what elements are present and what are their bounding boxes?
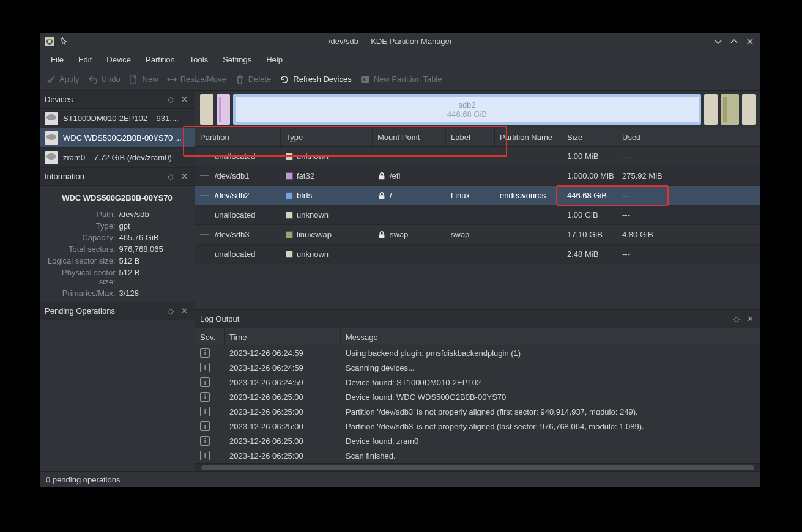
status-text: 0 pending operations <box>46 475 120 484</box>
gblock-sdb3[interactable] <box>721 94 739 125</box>
table-row[interactable]: /dev/sdb3 linuxswap swap swap 17.10 GiB … <box>195 225 760 245</box>
type-swatch <box>286 192 293 199</box>
table-row[interactable]: /dev/sdb1 fat32 /efi 1,000.00 MiB 275.92… <box>195 166 760 186</box>
cell-mount: / <box>373 191 446 200</box>
col-used[interactable]: Used <box>617 128 672 146</box>
cell-msg: Device found: ST1000DM010-2EP102 <box>341 378 760 387</box>
check-icon <box>46 75 56 84</box>
cell-partition: unallocated <box>195 249 281 259</box>
gblock-unalloc[interactable] <box>200 94 213 125</box>
resize-icon <box>167 75 177 84</box>
col-size[interactable]: Size <box>562 128 617 146</box>
trash-icon <box>235 75 245 84</box>
detach-icon[interactable]: ◇ <box>165 171 176 182</box>
log-row[interactable]: i 2023-12-26 06:24:59 Using backend plug… <box>195 345 760 360</box>
col-partition[interactable]: Partition <box>195 128 281 146</box>
minimize-icon[interactable] <box>713 36 724 47</box>
col-mount[interactable]: Mount Point <box>373 128 446 146</box>
detach-icon[interactable]: ◇ <box>165 94 176 105</box>
cell-mount: swap <box>373 230 446 239</box>
log-row[interactable]: i 2023-12-26 06:25:00 Partition '/dev/sd… <box>195 404 760 419</box>
cell-size: 1.00 GiB <box>562 210 617 220</box>
menu-file[interactable]: File <box>43 51 71 68</box>
close-panel-icon[interactable]: ✕ <box>179 306 190 317</box>
close-panel-icon[interactable]: ✕ <box>179 171 190 182</box>
col-msg[interactable]: Message <box>341 328 760 345</box>
table-row[interactable]: unallocated unknown 1.00 GiB --- <box>195 205 760 225</box>
gblock-unalloc[interactable] <box>704 94 718 125</box>
log-panel: Log Output ◇ ✕ Sev. Time Message i 2023-… <box>195 309 760 471</box>
gblock-sdb2[interactable]: sdb2 446.68 GiB <box>233 94 701 125</box>
log-header: Log Output ◇ ✕ <box>195 310 760 328</box>
menu-edit[interactable]: Edit <box>71 51 99 68</box>
cell-sev: i <box>195 363 225 373</box>
menu-tools[interactable]: Tools <box>182 51 215 68</box>
device-row[interactable]: WDC WDS500G2B0B-00YS70 ... <box>40 128 195 148</box>
close-panel-icon[interactable]: ✕ <box>179 94 190 105</box>
col-sev[interactable]: Sev. <box>195 328 225 345</box>
info-row: Path:/dev/sdb <box>46 209 188 220</box>
info-value: /dev/sdb <box>119 210 189 219</box>
log-row[interactable]: i 2023-12-26 06:25:00 Device found: zram… <box>195 434 760 448</box>
log-row[interactable]: i 2023-12-26 06:25:00 Scan finished. <box>195 448 760 463</box>
table-row[interactable]: unallocated unknown 1.00 MiB --- <box>195 147 760 166</box>
info-value: 512 B <box>119 268 189 286</box>
gblock-unalloc[interactable] <box>742 94 756 125</box>
device-row[interactable]: zram0 – 7.72 GiB (/dev/zram0) <box>40 148 195 168</box>
info-key: Total sectors: <box>46 245 116 254</box>
info-value: 976,768,065 <box>119 245 189 254</box>
hdd-icon <box>45 131 58 145</box>
info-severity-icon: i <box>200 392 210 402</box>
cell-sev: i <box>195 451 225 461</box>
tool-delete: Delete <box>235 75 272 84</box>
col-label[interactable]: Label <box>446 128 495 146</box>
cell-msg: Scan finished. <box>341 451 760 460</box>
titlebar[interactable]: /dev/sdb — KDE Partition Manager <box>40 33 760 50</box>
maximize-icon[interactable] <box>729 36 740 47</box>
info-severity-icon: i <box>200 451 210 460</box>
log-row[interactable]: i 2023-12-26 06:25:00 Device found: WDC … <box>195 390 760 404</box>
info-row: Physical sector size:512 B <box>46 267 188 287</box>
cell-size: 2.48 MiB <box>562 249 617 259</box>
horizontal-scrollbar[interactable] <box>195 463 760 471</box>
info-key: Logical sector size: <box>46 256 116 265</box>
tool-refresh[interactable]: Refresh Devices <box>280 75 351 84</box>
menu-partition[interactable]: Partition <box>138 51 182 68</box>
cell-sev: i <box>195 348 225 358</box>
menu-device[interactable]: Device <box>99 51 138 68</box>
cell-type: unknown <box>281 152 373 161</box>
cell-msg: Device found: WDC WDS500G2B0B-00YS70 <box>341 393 760 402</box>
close-icon[interactable] <box>744 36 756 47</box>
info-key: Primaries/Max: <box>46 289 116 298</box>
hdd-icon <box>45 151 58 164</box>
log-row[interactable]: i 2023-12-26 06:24:59 Device found: ST10… <box>195 375 760 390</box>
cell-msg: Partition '/dev/sdb3' is not properly al… <box>341 407 760 416</box>
menu-help[interactable]: Help <box>259 51 290 68</box>
cell-label: swap <box>446 230 495 239</box>
device-row[interactable]: ST1000DM010-2EP102 – 931.... <box>40 109 195 128</box>
menubar: File Edit Device Partition Tools Setting… <box>40 50 760 68</box>
col-type[interactable]: Type <box>281 128 373 146</box>
cell-partition: unallocated <box>195 210 281 220</box>
svg-rect-2 <box>379 175 385 179</box>
cell-type: linuxswap <box>281 230 373 239</box>
log-row[interactable]: i 2023-12-26 06:25:00 Partition '/dev/sd… <box>195 419 760 434</box>
type-swatch <box>286 172 293 180</box>
col-time[interactable]: Time <box>225 328 341 345</box>
menu-settings[interactable]: Settings <box>215 51 259 68</box>
info-key: Type: <box>46 221 116 231</box>
type-swatch <box>286 212 293 219</box>
detach-icon[interactable]: ◇ <box>165 306 176 317</box>
cell-used: --- <box>617 210 672 220</box>
detach-icon[interactable]: ◇ <box>731 314 742 325</box>
table-row[interactable]: unallocated unknown 2.48 MiB --- <box>195 245 760 264</box>
log-row[interactable]: i 2023-12-26 06:24:59 Scanning devices..… <box>195 360 760 375</box>
close-panel-icon[interactable]: ✕ <box>744 314 756 325</box>
info-row: Logical sector size:512 B <box>46 255 188 267</box>
pin-icon[interactable] <box>58 35 69 47</box>
refresh-icon <box>280 75 289 84</box>
table-row[interactable]: /dev/sdb2 btrfs / Linux endeavouros 446.… <box>195 186 760 205</box>
gblock-sdb1[interactable] <box>217 94 230 125</box>
hdd-icon <box>45 112 58 125</box>
col-name[interactable]: Partition Name <box>495 128 562 146</box>
